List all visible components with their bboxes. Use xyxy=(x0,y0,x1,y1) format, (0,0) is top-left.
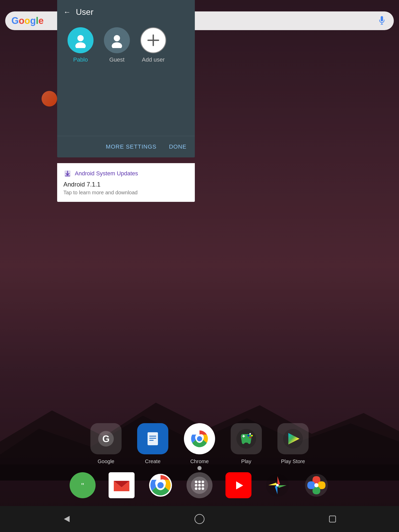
update-title: Android System Updates xyxy=(75,170,138,177)
user-avatar-add xyxy=(140,27,166,53)
svg-point-38 xyxy=(157,482,164,488)
user-avatar-guest xyxy=(104,27,130,53)
app-play[interactable]: Play xyxy=(231,423,262,464)
nav-bar xyxy=(0,506,399,532)
svg-point-6 xyxy=(75,42,86,48)
google-app-label: Google xyxy=(98,458,115,464)
svg-marker-59 xyxy=(64,516,70,522)
svg-point-47 xyxy=(198,487,201,490)
user-avatar-pablo xyxy=(68,27,94,53)
google-app-icon: G xyxy=(90,423,122,454)
play-store-app-label: Play Store xyxy=(281,458,305,464)
chrome-app-icon xyxy=(184,423,215,454)
user-panel-actions: MORE SETTINGS DONE xyxy=(57,136,195,157)
play-app-icon xyxy=(231,423,262,454)
svg-point-41 xyxy=(198,481,201,483)
update-header: Android System Updates xyxy=(63,169,189,178)
svg-point-21 xyxy=(197,436,202,441)
svg-rect-15 xyxy=(148,432,158,445)
svg-point-60 xyxy=(195,514,204,524)
user-item-add[interactable]: Add user xyxy=(140,27,166,63)
svg-point-43 xyxy=(195,484,197,487)
user-panel-title: User xyxy=(76,7,94,17)
dock-gmail[interactable] xyxy=(109,472,135,498)
user-panel-header: ← User xyxy=(57,0,195,22)
app-grid: G Google Create xyxy=(0,423,399,464)
dock-photos[interactable] xyxy=(303,472,329,498)
svg-rect-2 xyxy=(381,16,383,21)
chrome-app-label: Chrome xyxy=(190,458,209,464)
dock-hangouts[interactable]: " xyxy=(70,472,96,498)
svg-point-44 xyxy=(198,484,201,487)
update-notification[interactable]: Android System Updates Android 7.1.1 Tap… xyxy=(57,163,195,202)
user-name-pablo: Pablo xyxy=(73,56,88,63)
google-logo: Google xyxy=(11,15,44,26)
user-item-pablo[interactable]: Pablo xyxy=(68,27,94,63)
dock-chrome[interactable] xyxy=(148,472,174,498)
svg-text:G: G xyxy=(102,434,110,444)
home-nav-button[interactable] xyxy=(192,511,207,527)
svg-point-46 xyxy=(195,487,197,490)
update-description: Tap to learn more and download xyxy=(63,190,189,196)
firefox-icon xyxy=(42,91,57,107)
svg-point-45 xyxy=(202,484,204,487)
create-app-label: Create xyxy=(145,458,161,464)
dock: " xyxy=(0,464,399,506)
mic-icon[interactable] xyxy=(376,15,388,26)
done-button[interactable]: DONE xyxy=(167,140,189,153)
svg-point-7 xyxy=(114,35,120,41)
app-chrome[interactable]: Chrome xyxy=(184,423,215,464)
app-create[interactable]: Create xyxy=(137,423,168,464)
user-panel-spacer xyxy=(57,74,195,136)
svg-point-48 xyxy=(202,487,204,490)
user-list: Pablo Guest Add user xyxy=(57,22,195,74)
svg-point-5 xyxy=(77,35,84,41)
create-app-icon xyxy=(137,423,168,454)
user-name-guest: Guest xyxy=(109,56,125,63)
back-button[interactable]: ← xyxy=(63,8,71,16)
svg-point-42 xyxy=(202,481,204,483)
svg-rect-61 xyxy=(329,516,336,522)
play-app-label: Play xyxy=(241,458,251,464)
dock-youtube[interactable] xyxy=(225,472,251,498)
app-google[interactable]: G Google xyxy=(90,423,122,464)
svg-point-40 xyxy=(195,481,197,483)
svg-point-56 xyxy=(276,484,279,487)
app-play-store[interactable]: Play Store xyxy=(277,423,309,464)
update-version: Android 7.1.1 xyxy=(63,181,189,188)
dock-pinwheel[interactable] xyxy=(264,472,290,498)
svg-point-8 xyxy=(112,42,122,48)
more-settings-button[interactable]: MORE SETTINGS xyxy=(104,140,158,153)
svg-point-24 xyxy=(251,435,253,436)
update-download-icon xyxy=(63,169,72,178)
svg-point-25 xyxy=(248,435,249,436)
user-panel: ← User Pablo Guest xyxy=(57,0,195,157)
svg-text:": " xyxy=(81,481,84,490)
svg-point-23 xyxy=(249,437,251,438)
user-item-guest[interactable]: Guest xyxy=(104,27,130,63)
svg-point-58 xyxy=(314,483,318,487)
recents-nav-button[interactable] xyxy=(325,511,340,527)
play-store-app-icon xyxy=(277,423,309,454)
svg-point-26 xyxy=(249,433,251,435)
user-name-add: Add user xyxy=(142,56,165,63)
dock-app-drawer[interactable] xyxy=(187,472,212,498)
back-nav-button[interactable] xyxy=(59,511,74,527)
